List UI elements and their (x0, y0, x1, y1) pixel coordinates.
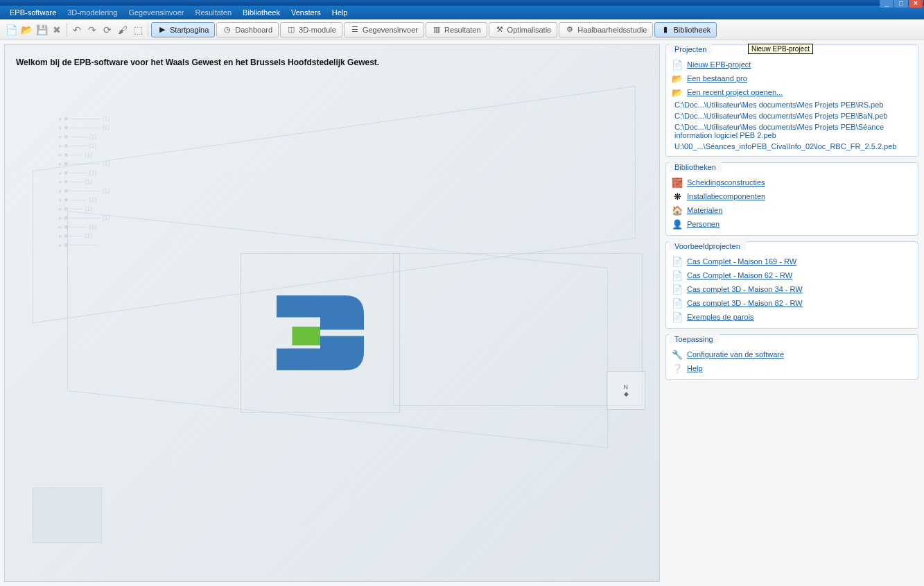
open-folder-arrow-icon: 📂 (672, 87, 683, 98)
example-project-0[interactable]: 📄Cas Complet - Maison 169 - RW (672, 255, 915, 268)
recent-path-3-label: U:\00_...\Séances_infoPEB_Civa\Info_02\l… (672, 142, 896, 150)
tooltip-nieuw-project: Nieuw EPB-project (748, 44, 813, 54)
example-project-1-label: Cas Complet - Maison 62 - RW (687, 271, 792, 279)
undo-icon[interactable]: ↶ (70, 23, 84, 37)
side-panel: Projecten 📄 Nieuw EPB-project 📂 Een best… (664, 40, 924, 586)
welcome-card: ▸ ■ ─────── (1)▸ ■ ─────── (1)▸ ■ ──── (… (4, 44, 660, 582)
new-file-icon[interactable]: 📄 (4, 23, 18, 37)
group-projecten-title: Projecten (669, 44, 712, 53)
link-help-label: Help (687, 364, 703, 372)
tab-haalbaarheidsstudie[interactable]: ⚙Haalbaarheidsstudie (559, 22, 653, 37)
tab-resultaten[interactable]: ▥Resultaten (426, 22, 487, 37)
example-project-1[interactable]: 📄Cas Complet - Maison 62 - RW (672, 268, 915, 282)
titlebar: _ □ × (0, 0, 924, 6)
home-icon: 🏠 (672, 205, 683, 216)
example-project-0-label: Cas Complet - Maison 169 - RW (687, 257, 796, 266)
ghost-project-tree: ▸ ■ ─────── (1)▸ ■ ─────── (1)▸ ■ ──── (… (59, 114, 142, 250)
link-nieuw-project[interactable]: 📄 Nieuw EPB-project (672, 58, 915, 71)
link-recent-project[interactable]: 📂 Een recent project openen... (672, 85, 915, 99)
link-configuratie[interactable]: 🔧Configuratie van de software (672, 347, 915, 361)
app-logo (241, 253, 400, 413)
example-project-2[interactable]: 📄Cas complet 3D - Maison 34 - RW (672, 282, 915, 296)
example-project-4[interactable]: 📄Exemples de parois (672, 310, 915, 324)
menu-epb-software[interactable]: EPB-software (4, 8, 62, 17)
example-project-2-label: Cas complet 3D - Maison 34 - RW (687, 285, 803, 293)
recent-path-1-label: C:\Doc...\Utilisateur\Mes documents\Mes … (672, 112, 888, 120)
menu-3d-modelering[interactable]: 3D-modelering (62, 8, 123, 17)
menubar: EPB-software 3D-modelering Gegevensinvoe… (0, 6, 924, 19)
open-folder-icon[interactable]: 📂 (19, 23, 33, 37)
link-help[interactable]: ❔Help (672, 361, 915, 375)
book-icon: ▮ (661, 25, 670, 35)
link-recent-project-label: Een recent project openen... (687, 88, 783, 96)
thumbnail-preview (33, 488, 102, 543)
doc-icon: 📄 (672, 256, 683, 267)
link-configuratie-label: Configuratie van de software (687, 350, 784, 359)
example-project-3[interactable]: 📄Cas complet 3D - Maison 82 - RW (672, 296, 915, 310)
tab-gegevensinvoer[interactable]: ☰Gegevensinvoer (344, 22, 424, 37)
doc-icon: 📄 (672, 311, 683, 322)
menu-bibliotheek[interactable]: Bibliotheek (237, 8, 286, 17)
tab-optimalisatie[interactable]: ⚒Optimalisatie (489, 22, 558, 37)
tab-gegevensinvoer-label: Gegevensinvoer (363, 26, 418, 34)
maximize-button[interactable]: □ (894, 0, 908, 8)
tab-resultaten-label: Resultaten (444, 26, 481, 34)
new-doc-icon: 📄 (672, 59, 683, 70)
menu-help[interactable]: Help (326, 8, 354, 17)
refresh-icon[interactable]: ⟳ (101, 23, 114, 37)
doc-icon: 📄 (672, 270, 683, 281)
eyedropper-icon[interactable]: ⬚ (131, 23, 145, 37)
link-materialen[interactable]: 🏠Materialen (672, 203, 915, 217)
cube-icon: ◫ (286, 25, 296, 35)
menu-gegevensinvoer[interactable]: Gegevensinvoer (123, 8, 189, 17)
minimize-button[interactable]: _ (880, 0, 894, 8)
link-scheidingsconstructies-label: Scheidingsconstructies (687, 178, 765, 187)
welcome-title: Welkom bij de EPB-software voor het Waal… (16, 58, 379, 67)
save-icon[interactable]: 💾 (35, 23, 49, 37)
tab-bibliotheek-label: Bibliotheek (673, 26, 711, 34)
recent-path-0-label: C:\Doc...\Utilisateur\Mes documents\Mes … (672, 101, 883, 109)
person-icon: 👤 (672, 218, 683, 230)
recent-path-0[interactable]: C:\Doc...\Utilisateur\Mes documents\Mes … (672, 99, 915, 110)
play-icon: ▶ (157, 25, 167, 35)
link-materialen-label: Materialen (687, 206, 722, 214)
wrench-icon: 🔧 (672, 349, 683, 360)
group-voorbeeldprojecten: Voorbeeldprojecten 📄Cas Complet - Maison… (665, 241, 918, 329)
tab-dashboard-label: Dashboard (235, 26, 272, 34)
recent-path-2[interactable]: C:\Doc...\Utilisateur\Mes documents\Mes … (672, 121, 915, 141)
toolbar: 📄 📂 💾 ✖ ↶ ↷ ⟳ 🖌 ⬚ ▶Startpagina ◷Dashboar… (0, 19, 924, 40)
link-scheidingsconstructies[interactable]: 🧱Scheidingsconstructies (672, 175, 915, 189)
doc-icon: 📄 (672, 284, 683, 295)
form-icon: ☰ (350, 25, 360, 35)
example-project-4-label: Exemples de parois (687, 313, 754, 321)
group-projecten: Projecten 📄 Nieuw EPB-project 📂 Een best… (665, 44, 918, 157)
group-toepassing-title: Toepassing (669, 334, 719, 343)
link-installatiecomponenten[interactable]: ❋Installatiecomponenten (672, 189, 915, 203)
delete-icon[interactable]: ✖ (50, 23, 64, 37)
menu-vensters[interactable]: Vensters (286, 8, 326, 17)
fan-icon: ❋ (672, 191, 683, 202)
tab-optimalisatie-label: Optimalisatie (507, 26, 552, 34)
brush-icon[interactable]: 🖌 (116, 23, 130, 37)
chart-icon: ▥ (432, 25, 442, 35)
group-bibliotheken: Bibliotheken 🧱Scheidingsconstructies ❋In… (665, 162, 918, 236)
redo-icon[interactable]: ↷ (85, 23, 99, 37)
link-personen[interactable]: 👤Personen (672, 217, 915, 231)
content-pane: ▸ ■ ─────── (1)▸ ■ ─────── (1)▸ ■ ──── (… (0, 40, 664, 586)
link-bestaand-project[interactable]: 📂 Een bestaand pro Nieuw EPB-project (672, 71, 915, 85)
link-bestaand-project-label: Een bestaand pro (687, 74, 747, 83)
recent-path-2-label: C:\Doc...\Utilisateur\Mes documents\Mes … (672, 123, 915, 139)
menu-resultaten[interactable]: Resultaten (190, 8, 238, 17)
wall-icon: 🧱 (672, 177, 683, 188)
link-personen-label: Personen (687, 220, 720, 228)
tab-dashboard[interactable]: ◷Dashboard (216, 22, 279, 37)
help-icon: ❔ (672, 363, 683, 374)
close-button[interactable]: × (909, 0, 923, 8)
tab-3d-module[interactable]: ◫3D-module (280, 22, 342, 37)
group-bibliotheken-title: Bibliotheken (669, 162, 722, 171)
tab-startpagina[interactable]: ▶Startpagina (151, 22, 215, 37)
compass-icon: N◆ (607, 371, 645, 410)
recent-path-1[interactable]: C:\Doc...\Utilisateur\Mes documents\Mes … (672, 110, 915, 121)
recent-path-3[interactable]: U:\00_...\Séances_infoPEB_Civa\Info_02\l… (672, 141, 915, 152)
tab-bibliotheek[interactable]: ▮Bibliotheek (654, 22, 717, 37)
